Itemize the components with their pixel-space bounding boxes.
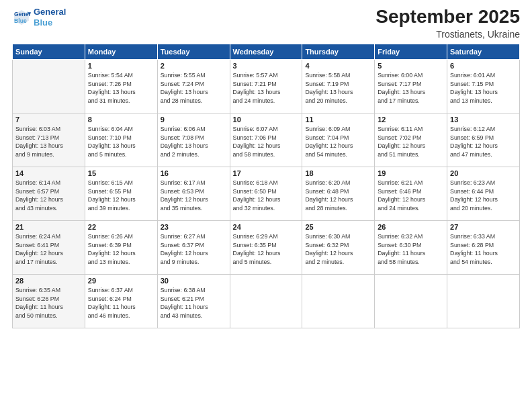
day-number: 25	[305, 223, 371, 231]
day-number: 8	[88, 116, 154, 124]
calendar-week-row: 1Sunrise: 5:54 AM Sunset: 7:26 PM Daylig…	[13, 59, 520, 113]
calendar-day-cell: 25Sunrise: 6:30 AM Sunset: 6:32 PM Dayli…	[302, 220, 375, 274]
day-info: Sunrise: 6:12 AM Sunset: 6:59 PM Dayligh…	[450, 125, 517, 159]
day-number: 1	[88, 62, 154, 70]
calendar-day-cell	[447, 274, 520, 328]
calendar-week-row: 21Sunrise: 6:24 AM Sunset: 6:41 PM Dayli…	[13, 220, 520, 274]
calendar-day-cell: 14Sunrise: 6:14 AM Sunset: 6:57 PM Dayli…	[13, 167, 85, 220]
day-info: Sunrise: 5:57 AM Sunset: 7:21 PM Dayligh…	[233, 71, 300, 105]
month-title: September 2025	[375, 7, 520, 28]
day-info: Sunrise: 6:07 AM Sunset: 7:06 PM Dayligh…	[233, 125, 300, 159]
calendar-header-cell: Tuesday	[157, 44, 230, 59]
day-info: Sunrise: 6:09 AM Sunset: 7:04 PM Dayligh…	[305, 125, 371, 159]
day-info: Sunrise: 6:32 AM Sunset: 6:30 PM Dayligh…	[378, 232, 444, 267]
calendar-header-cell: Sunday	[13, 44, 85, 59]
svg-text:General: General	[14, 11, 31, 17]
calendar-day-cell: 20Sunrise: 6:23 AM Sunset: 6:44 PM Dayli…	[447, 167, 520, 220]
header: General Blue General Blue September 2025…	[12, 7, 520, 40]
calendar-day-cell: 13Sunrise: 6:12 AM Sunset: 6:59 PM Dayli…	[447, 113, 520, 167]
day-number: 2	[161, 62, 227, 70]
day-number: 24	[233, 223, 300, 231]
calendar-day-cell: 5Sunrise: 6:00 AM Sunset: 7:17 PM Daylig…	[375, 59, 447, 113]
day-number: 22	[88, 223, 154, 231]
page: General Blue General Blue September 2025…	[0, 0, 532, 411]
calendar-day-cell: 3Sunrise: 5:57 AM Sunset: 7:21 PM Daylig…	[230, 59, 302, 113]
day-info: Sunrise: 6:35 AM Sunset: 6:26 PM Dayligh…	[15, 286, 82, 320]
day-number: 19	[378, 169, 444, 177]
day-info: Sunrise: 5:54 AM Sunset: 7:26 PM Dayligh…	[88, 71, 154, 105]
calendar-week-row: 14Sunrise: 6:14 AM Sunset: 6:57 PM Dayli…	[13, 167, 520, 220]
logo-line1: General	[34, 7, 66, 17]
calendar-day-cell: 11Sunrise: 6:09 AM Sunset: 7:04 PM Dayli…	[302, 113, 375, 167]
day-info: Sunrise: 6:20 AM Sunset: 6:48 PM Dayligh…	[305, 179, 371, 213]
svg-text:Blue: Blue	[14, 17, 27, 24]
day-info: Sunrise: 6:27 AM Sunset: 6:37 PM Dayligh…	[161, 232, 227, 267]
day-info: Sunrise: 6:33 AM Sunset: 6:28 PM Dayligh…	[450, 232, 517, 267]
day-number: 27	[450, 223, 517, 231]
day-number: 5	[378, 62, 444, 70]
day-info: Sunrise: 6:29 AM Sunset: 6:35 PM Dayligh…	[233, 232, 300, 267]
calendar-day-cell: 30Sunrise: 6:38 AM Sunset: 6:21 PM Dayli…	[157, 274, 230, 328]
calendar-day-cell: 10Sunrise: 6:07 AM Sunset: 7:06 PM Dayli…	[230, 113, 302, 167]
day-info: Sunrise: 6:23 AM Sunset: 6:44 PM Dayligh…	[450, 179, 517, 213]
calendar-header-row: SundayMondayTuesdayWednesdayThursdayFrid…	[13, 44, 520, 59]
day-number: 28	[15, 277, 82, 285]
calendar-day-cell: 28Sunrise: 6:35 AM Sunset: 6:26 PM Dayli…	[13, 274, 85, 328]
day-number: 29	[88, 277, 154, 285]
calendar-body: 1Sunrise: 5:54 AM Sunset: 7:26 PM Daylig…	[13, 59, 520, 328]
calendar-day-cell: 21Sunrise: 6:24 AM Sunset: 6:41 PM Dayli…	[13, 220, 85, 274]
logo-icon: General Blue	[12, 8, 31, 27]
day-info: Sunrise: 6:03 AM Sunset: 7:13 PM Dayligh…	[15, 125, 82, 159]
calendar-day-cell	[302, 274, 375, 328]
calendar-day-cell: 16Sunrise: 6:17 AM Sunset: 6:53 PM Dayli…	[157, 167, 230, 220]
day-info: Sunrise: 6:06 AM Sunset: 7:08 PM Dayligh…	[161, 125, 227, 159]
calendar-day-cell: 12Sunrise: 6:11 AM Sunset: 7:02 PM Dayli…	[375, 113, 447, 167]
day-info: Sunrise: 6:21 AM Sunset: 6:46 PM Dayligh…	[378, 179, 444, 213]
day-number: 9	[161, 116, 227, 124]
location-title: Trostianets, Ukraine	[375, 29, 520, 40]
calendar-day-cell	[230, 274, 302, 328]
day-number: 16	[161, 169, 227, 177]
day-info: Sunrise: 6:14 AM Sunset: 6:57 PM Dayligh…	[15, 179, 82, 213]
day-info: Sunrise: 6:37 AM Sunset: 6:24 PM Dayligh…	[88, 286, 154, 320]
logo: General Blue General Blue	[12, 7, 66, 28]
day-number: 23	[161, 223, 227, 231]
calendar-day-cell: 29Sunrise: 6:37 AM Sunset: 6:24 PM Dayli…	[85, 274, 157, 328]
calendar-day-cell: 4Sunrise: 5:58 AM Sunset: 7:19 PM Daylig…	[302, 59, 375, 113]
calendar-day-cell: 2Sunrise: 5:55 AM Sunset: 7:24 PM Daylig…	[157, 59, 230, 113]
calendar-header-cell: Thursday	[302, 44, 375, 59]
day-info: Sunrise: 6:15 AM Sunset: 6:55 PM Dayligh…	[88, 179, 154, 213]
day-number: 4	[305, 62, 371, 70]
calendar-header-cell: Friday	[375, 44, 447, 59]
calendar: SundayMondayTuesdayWednesdayThursdayFrid…	[12, 44, 520, 328]
calendar-day-cell: 27Sunrise: 6:33 AM Sunset: 6:28 PM Dayli…	[447, 220, 520, 274]
day-number: 15	[88, 169, 154, 177]
day-info: Sunrise: 6:04 AM Sunset: 7:10 PM Dayligh…	[88, 125, 154, 159]
calendar-day-cell: 18Sunrise: 6:20 AM Sunset: 6:48 PM Dayli…	[302, 167, 375, 220]
calendar-day-cell: 9Sunrise: 6:06 AM Sunset: 7:08 PM Daylig…	[157, 113, 230, 167]
day-number: 30	[161, 277, 227, 285]
day-info: Sunrise: 6:01 AM Sunset: 7:15 PM Dayligh…	[450, 71, 517, 105]
calendar-day-cell: 19Sunrise: 6:21 AM Sunset: 6:46 PM Dayli…	[375, 167, 447, 220]
day-number: 14	[15, 169, 82, 177]
day-info: Sunrise: 6:30 AM Sunset: 6:32 PM Dayligh…	[305, 232, 371, 267]
day-info: Sunrise: 6:11 AM Sunset: 7:02 PM Dayligh…	[378, 125, 444, 159]
calendar-week-row: 7Sunrise: 6:03 AM Sunset: 7:13 PM Daylig…	[13, 113, 520, 167]
calendar-day-cell: 15Sunrise: 6:15 AM Sunset: 6:55 PM Dayli…	[85, 167, 157, 220]
day-number: 26	[378, 223, 444, 231]
calendar-day-cell: 24Sunrise: 6:29 AM Sunset: 6:35 PM Dayli…	[230, 220, 302, 274]
calendar-header-cell: Saturday	[447, 44, 520, 59]
calendar-day-cell: 26Sunrise: 6:32 AM Sunset: 6:30 PM Dayli…	[375, 220, 447, 274]
day-info: Sunrise: 6:26 AM Sunset: 6:39 PM Dayligh…	[88, 232, 154, 267]
day-number: 10	[233, 116, 300, 124]
day-info: Sunrise: 6:17 AM Sunset: 6:53 PM Dayligh…	[161, 179, 227, 213]
calendar-day-cell: 22Sunrise: 6:26 AM Sunset: 6:39 PM Dayli…	[85, 220, 157, 274]
calendar-day-cell: 6Sunrise: 6:01 AM Sunset: 7:15 PM Daylig…	[447, 59, 520, 113]
day-number: 21	[15, 223, 82, 231]
calendar-week-row: 28Sunrise: 6:35 AM Sunset: 6:26 PM Dayli…	[13, 274, 520, 328]
day-info: Sunrise: 5:55 AM Sunset: 7:24 PM Dayligh…	[161, 71, 227, 105]
day-number: 18	[305, 169, 371, 177]
calendar-day-cell: 1Sunrise: 5:54 AM Sunset: 7:26 PM Daylig…	[85, 59, 157, 113]
day-info: Sunrise: 6:18 AM Sunset: 6:50 PM Dayligh…	[233, 179, 300, 213]
day-number: 7	[15, 116, 82, 124]
